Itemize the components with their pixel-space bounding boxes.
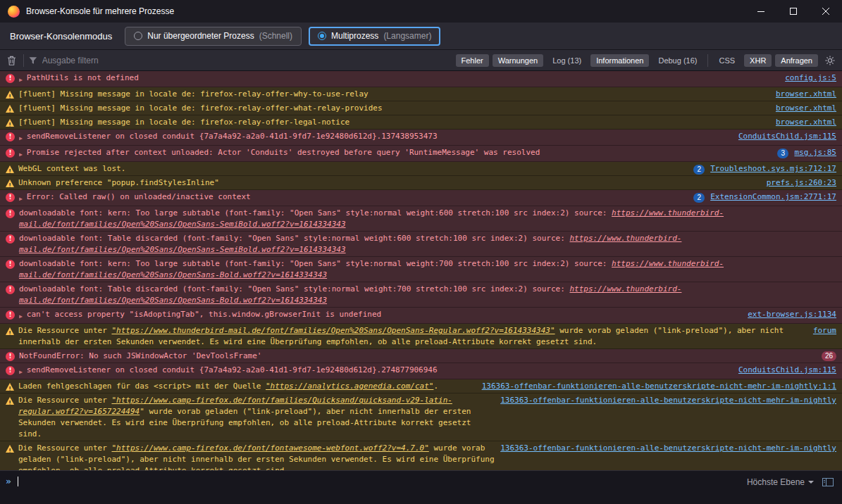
toolbar-divider (23, 54, 24, 67)
mode-option-hint: (Langsamer) (383, 31, 431, 41)
type-filter-group: CSSXHRAnfragen (713, 54, 818, 67)
severity-filter-group: FehlerWarnungenLog (13)InformationenDebu… (456, 54, 703, 67)
message-text: Die Ressource unter "https://www.camp-fi… (18, 443, 496, 470)
filter-output-input[interactable] (42, 56, 451, 65)
mode-option-parent-process-only[interactable]: Nur übergeordneter Prozess(Schnell) (125, 27, 302, 46)
error-icon (6, 132, 15, 141)
message-text: NotFoundError: No such JSWindowActor 'De… (19, 351, 817, 362)
toolbar-divider (707, 54, 708, 67)
console-message: ▶sendRemoveListener on closed conduit {7… (0, 130, 842, 146)
filter-button-informationen[interactable]: Informationen (590, 54, 649, 67)
source-location-link[interactable]: forum (813, 325, 836, 336)
maximize-icon (790, 8, 797, 15)
clear-output-button[interactable] (5, 54, 18, 67)
warning-icon (6, 327, 14, 335)
message-meta: 136363-offenbar-funktionieren-alle-benut… (500, 395, 836, 406)
source-location-link[interactable]: config.js:5 (785, 73, 836, 84)
mode-bar-label: Browser-Konsolenmodus (10, 31, 112, 42)
filter-button-fehler[interactable]: Fehler (456, 54, 489, 67)
source-location-link[interactable]: 136363-offenbar-funktionieren-alle-benut… (500, 443, 836, 454)
message-text: downloadable font: Table discarded (font… (19, 233, 832, 256)
evaluation-context-selector[interactable]: Höchste Ebene (747, 477, 814, 487)
message-url-link[interactable]: https://www.thunderbird-mail.de/font/fam… (19, 259, 724, 279)
message-text: Promise rejected after context unloaded:… (27, 147, 774, 158)
expand-arrow-icon[interactable]: ▶ (19, 149, 23, 160)
message-url-link[interactable]: https://www.thunderbird-mail.de/font/fam… (19, 208, 724, 229)
console-message: Laden fehlgeschlagen für das <script> mi… (0, 379, 842, 393)
maximize-button[interactable] (777, 0, 810, 23)
console-prompt-icon: » (6, 476, 11, 487)
message-meta: 3msg.js:85 (777, 147, 836, 158)
message-url-link[interactable]: "https://www.camp-firefox.de/font/famili… (18, 396, 452, 416)
console-message: ▶Error: Called raw() on unloaded/inactiv… (0, 190, 842, 206)
console-input-bar: » Höchste Ebene (0, 470, 842, 504)
console-settings-button[interactable] (823, 54, 837, 67)
console-message: ▶Promise rejected after context unloaded… (0, 146, 842, 162)
console-message: Die Ressource unter "https://www.thunder… (0, 324, 842, 349)
window-title: Browser-Konsole für mehrere Prozesse (26, 6, 174, 16)
message-text: WebGL context was lost. (18, 163, 689, 175)
message-meta: browser.xhtml (776, 89, 836, 100)
source-location-link[interactable]: msg.js:85 (794, 147, 836, 158)
message-text: PathUtils is not defined (27, 73, 781, 84)
text-cursor (18, 477, 18, 486)
mode-option-hint: (Schnell) (259, 31, 292, 41)
expand-arrow-icon[interactable]: ▶ (19, 311, 23, 322)
filter-button-xhr[interactable]: XHR (744, 54, 772, 67)
console-output[interactable]: ▶PathUtils is not definedconfig.js:5[flu… (0, 71, 842, 470)
message-url-link[interactable]: https://www.thunderbird-mail.de/font/fam… (19, 284, 681, 305)
message-url-link[interactable]: "https://www.camp-firefox.de/font/fontaw… (111, 443, 428, 453)
close-button[interactable] (810, 0, 842, 23)
console-message: ▶PathUtils is not definedconfig.js:5 (0, 71, 842, 87)
source-location-link[interactable]: ConduitsChild.jsm:115 (738, 365, 836, 376)
expand-arrow-icon[interactable]: ▶ (19, 75, 23, 86)
editor-pane-icon (822, 478, 834, 486)
editor-mode-button[interactable] (820, 477, 836, 488)
message-url-link[interactable]: "https://www.thunderbird-mail.de/font/fa… (111, 326, 555, 335)
filter-button-anfragen[interactable]: Anfragen (775, 54, 818, 67)
message-url-link[interactable]: "https://analytics.agenedia.com/cat" (266, 382, 433, 391)
console-input[interactable] (18, 476, 836, 487)
source-location-link[interactable]: 136363-offenbar-funktionieren-alle-benut… (500, 395, 836, 406)
mode-option-multiprocess[interactable]: Multiprozess(Langsamer) (309, 27, 440, 46)
expand-arrow-icon[interactable]: ▶ (19, 133, 23, 144)
warning-icon (6, 105, 14, 113)
source-location-link[interactable]: ExtensionCommon.jsm:2771:17 (710, 191, 836, 203)
source-location-link[interactable]: ConduitsChild.jsm:115 (738, 131, 836, 142)
console-message: Die Ressource unter "https://www.camp-fi… (0, 393, 842, 441)
message-meta: 2ExtensionCommon.jsm:2771:17 (693, 191, 836, 203)
error-icon (6, 234, 15, 244)
warning-icon (6, 397, 14, 405)
gear-icon (825, 56, 835, 65)
source-location-link[interactable]: browser.xhtml (776, 103, 836, 114)
message-text: downloadable font: Table discarded (font… (19, 284, 832, 306)
message-meta: prefs.js:260:23 (767, 177, 836, 189)
filter-button-log-13[interactable]: Log (13) (547, 54, 587, 67)
source-location-link[interactable]: browser.xhtml (776, 117, 836, 128)
message-text: [fluent] Missing message in locale de: f… (18, 89, 772, 100)
message-url-link[interactable]: https://www.thunderbird-mail.de/font/fam… (19, 234, 681, 254)
filter-button-debug-16[interactable]: Debug (16) (652, 54, 702, 67)
expand-arrow-icon[interactable]: ▶ (19, 367, 23, 378)
console-message: downloadable font: Table discarded (font… (0, 282, 842, 308)
filter-button-css[interactable]: CSS (713, 54, 741, 67)
error-icon (6, 366, 15, 375)
funnel-filter-icon (29, 56, 37, 65)
console-message: Unknown preference "popup.findStylesInli… (0, 176, 842, 190)
warning-icon (6, 383, 14, 391)
source-location-link[interactable]: browser.xhtml (776, 89, 836, 100)
message-text: can't access property "isAdoptingTab", t… (27, 309, 743, 320)
console-message: ▶can't access property "isAdoptingTab", … (0, 308, 842, 324)
source-location-link[interactable]: prefs.js:260:23 (767, 177, 836, 189)
message-text: sendRemoveListener on closed conduit {7a… (27, 131, 734, 142)
filter-button-warnungen[interactable]: Warnungen (493, 54, 543, 67)
chevron-down-icon (808, 481, 814, 484)
source-location-link[interactable]: 136363-offenbar-funktionieren-alle-benut… (482, 381, 836, 392)
source-location-link[interactable]: ext-browser.js:1134 (748, 309, 836, 320)
expand-arrow-icon[interactable]: ▶ (19, 194, 23, 205)
message-meta: 136363-offenbar-funktionieren-alle-benut… (500, 443, 836, 454)
mode-options: Nur übergeordneter Prozess(Schnell)Multi… (125, 27, 440, 46)
source-location-link[interactable]: Troubleshoot.sys.mjs:712:17 (710, 163, 836, 175)
message-meta: 2Troubleshoot.sys.mjs:712:17 (693, 163, 836, 175)
minimize-button[interactable] (745, 0, 777, 23)
